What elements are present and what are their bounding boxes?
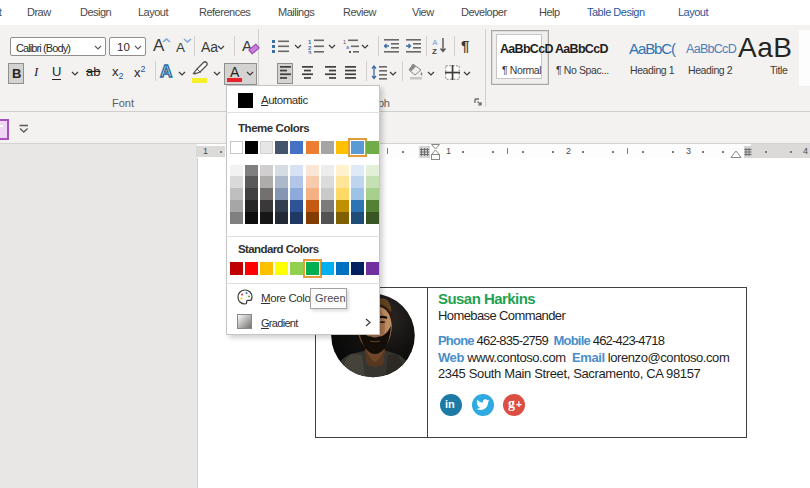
svg-text:a: a	[346, 44, 350, 50]
svg-text:3: 3	[308, 50, 312, 54]
svg-text:Z: Z	[432, 47, 437, 55]
svg-text:A: A	[432, 38, 438, 47]
